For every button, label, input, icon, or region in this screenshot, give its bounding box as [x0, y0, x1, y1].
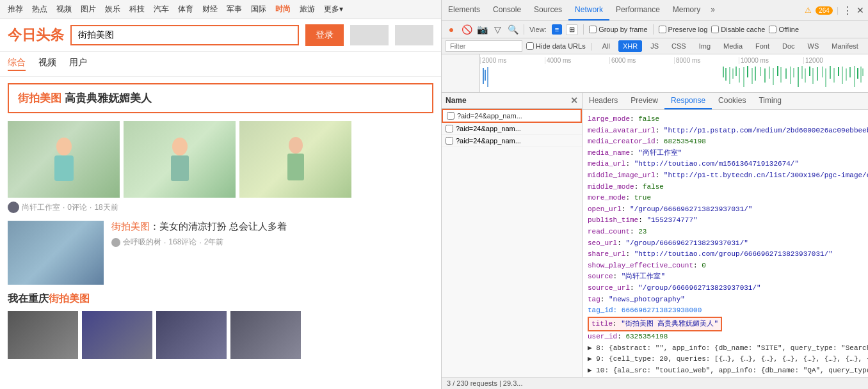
offline-checkbox[interactable] — [769, 26, 776, 33]
tab-sources[interactable]: Sources — [527, 0, 568, 20]
name-item-1[interactable]: ?aid=24&app_nam... — [442, 109, 582, 123]
nav-item-tuijian[interactable]: 推荐 — [5, 3, 26, 16]
toolbar-separator-1 — [524, 24, 524, 35]
browser-panel: 推荐 热点 视频 图片 娱乐 科技 汽车 体育 财经 军事 国际 时尚 旅游 更… — [0, 0, 442, 389]
filter-media[interactable]: Media — [719, 40, 747, 52]
filter-icon[interactable]: ▽ — [492, 24, 503, 35]
tab-memory[interactable]: Memory — [666, 0, 707, 20]
tab-network[interactable]: Network — [568, 0, 609, 20]
nav-item-qiche[interactable]: 汽车 — [151, 3, 172, 16]
login-button[interactable]: 登录 — [305, 24, 344, 46]
filter-css[interactable]: CSS — [667, 40, 691, 52]
json-line-read_count: read_count: 23 — [588, 226, 863, 238]
article-thumb-2 — [8, 221, 104, 285]
disable-cache-text: Disable cache — [721, 26, 765, 33]
disable-cache-label[interactable]: Disable cache — [711, 26, 765, 33]
hide-data-urls-label[interactable]: Hide data URLs — [526, 42, 586, 50]
detail-tab-response[interactable]: Response — [664, 93, 712, 109]
site-header: 今日头条 登录 — [0, 19, 441, 52]
featured-article[interactable]: 街拍美图 高贵典雅妩媚美人 — [8, 83, 433, 113]
hide-data-urls-checkbox[interactable] — [526, 42, 534, 50]
record-icon[interactable]: ● — [446, 24, 457, 35]
json-collapsed-8[interactable]: ▶ 8: {abstract: "", app_info: {db_name: … — [588, 343, 863, 354]
nav-item-tiyu[interactable]: 体育 — [175, 3, 196, 16]
article-image-2 — [124, 121, 236, 198]
tab-shipin[interactable]: 视频 — [38, 57, 56, 71]
json-line-large_mode: large_mode: false — [588, 114, 863, 125]
tab-performance[interactable]: Performance — [609, 0, 666, 20]
filter-ws[interactable]: WS — [803, 40, 824, 52]
json-line-show_play: show_play_effective_count: 0 — [588, 260, 863, 272]
detail-tab-headers[interactable]: Headers — [583, 93, 624, 109]
tab-zonghe[interactable]: 综合 — [8, 57, 26, 71]
group-by-frame-label[interactable]: Group by frame — [589, 26, 647, 33]
nav-item-lvyou[interactable]: 旅游 — [297, 3, 317, 16]
view-list-btn[interactable]: ≡ — [552, 24, 562, 35]
view-waterfall-btn[interactable]: ⊞ — [566, 24, 578, 35]
name-item-checkbox-1[interactable] — [447, 112, 454, 120]
author-avatar-1 — [8, 202, 19, 213]
json-collapsed-10[interactable]: ▶ 10: {ala_src: "toutiao_web", app_info:… — [588, 365, 863, 377]
detail-tab-preview[interactable]: Preview — [624, 93, 664, 109]
section-heading-hl: 街拍美图 — [49, 293, 90, 304]
nav-item-keji[interactable]: 科技 — [127, 3, 147, 16]
devtools-dots-menu[interactable]: ⋮ — [842, 4, 853, 17]
tab-yonghu[interactable]: 用户 — [69, 57, 87, 71]
nav-item-yule[interactable]: 娱乐 — [102, 3, 123, 16]
offline-label[interactable]: Offline — [769, 26, 799, 33]
nav-item-shishang[interactable]: 时尚 — [273, 3, 293, 16]
json-line-middle_image_url: middle_image_url: "http://p1-tt.bytecdn.… — [588, 170, 863, 182]
nav-item-tupian[interactable]: 图片 — [78, 3, 99, 16]
name-item-checkbox-3[interactable] — [446, 137, 453, 145]
filter-manifest[interactable]: Manifest — [827, 40, 863, 52]
json-line-source: source: "尚轩工作室" — [588, 271, 863, 283]
preserve-log-label[interactable]: Preserve log — [659, 26, 708, 33]
article-title-2[interactable]: 街拍美图：美女的清凉打扮 总会让人多着 — [111, 221, 433, 233]
nav-item-guoji[interactable]: 国际 — [248, 3, 269, 16]
search-input[interactable] — [70, 25, 299, 45]
json-line-media_url: media_url: "http://toutiao.com/m15613647… — [588, 159, 863, 170]
json-line-tag: tag: "news_photography" — [588, 294, 863, 306]
bottom-image-1 — [8, 311, 78, 359]
disable-cache-checkbox[interactable] — [711, 26, 719, 33]
filter-js[interactable]: JS — [646, 40, 663, 52]
close-name-panel[interactable]: ✕ — [570, 95, 578, 106]
devtools-close[interactable]: ✕ — [856, 5, 864, 15]
nav-bar: 推荐 热点 视频 图片 娱乐 科技 汽车 体育 财经 军事 国际 时尚 旅游 更… — [0, 0, 441, 19]
filter-img[interactable]: Img — [695, 40, 715, 52]
ruler-mark-6000: 6000 ms — [609, 57, 674, 64]
camera-icon[interactable]: 📷 — [476, 24, 488, 35]
tab-console[interactable]: Console — [486, 0, 527, 20]
group-by-frame-checkbox[interactable] — [589, 26, 597, 33]
section-heading-plain: 我在重庆 — [8, 293, 49, 304]
author-time-2: 2年前 — [204, 237, 224, 248]
filter-font[interactable]: Font — [751, 40, 774, 52]
preserve-log-checkbox[interactable] — [659, 26, 666, 33]
filter-xhr[interactable]: XHR — [618, 40, 642, 52]
name-item-2[interactable]: ?aid=24&app_nam... — [442, 123, 582, 135]
nav-item-shipin[interactable]: 视频 — [54, 3, 74, 16]
detail-tab-timing[interactable]: Timing — [752, 93, 788, 109]
filter-doc[interactable]: Doc — [778, 40, 800, 52]
author-sep-2: · — [90, 203, 92, 212]
devtools-tabs: Elements Console Sources Network Perform… — [442, 0, 719, 20]
search-icon[interactable]: 🔍 — [507, 24, 518, 35]
name-item-text-3: ?aid=24&app_nam... — [456, 137, 578, 145]
filter-input[interactable] — [446, 40, 522, 52]
tab-elements[interactable]: Elements — [442, 0, 486, 20]
json-collapsed-9[interactable]: ▶ 9: {cell_type: 20, queries: [{…}, {…},… — [588, 354, 863, 365]
nav-item-junshi[interactable]: 军事 — [224, 3, 245, 16]
nav-item-redian[interactable]: 热点 — [29, 3, 50, 16]
nav-item-more[interactable]: 更多▾ — [321, 3, 346, 16]
name-item-checkbox-2[interactable] — [446, 125, 453, 132]
detail-tab-cookies[interactable]: Cookies — [712, 93, 752, 109]
author-time-1: 18天前 — [94, 202, 118, 213]
name-header: Name ✕ — [442, 93, 582, 109]
author-line-2: 会呼吸的树 · 168评论 · 2年前 — [111, 237, 433, 248]
name-item-3[interactable]: ?aid=24&app_nam... — [442, 135, 582, 147]
clear-icon[interactable]: 🚫 — [461, 24, 472, 35]
tab-more[interactable]: » — [707, 0, 719, 20]
filter-all[interactable]: All — [598, 40, 615, 52]
nav-item-caijing[interactable]: 财经 — [200, 3, 220, 16]
svg-point-2 — [172, 138, 188, 155]
